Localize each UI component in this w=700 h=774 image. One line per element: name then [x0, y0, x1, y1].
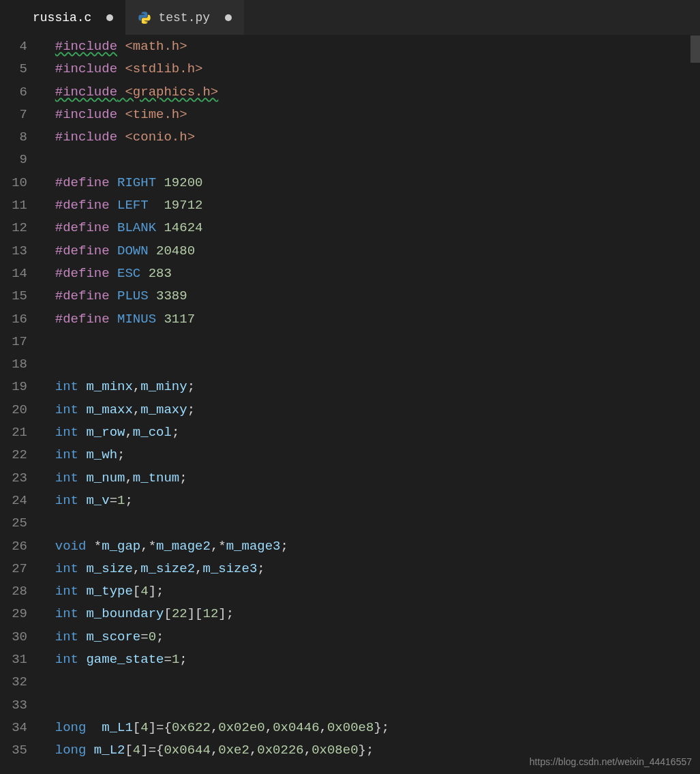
line-number: 29 — [0, 603, 27, 625]
line-number: 7 — [0, 104, 27, 126]
line-number: 15 — [0, 285, 27, 308]
line-number: 14 — [0, 263, 27, 285]
code-line[interactable] — [40, 694, 700, 717]
line-number: 5 — [0, 58, 27, 80]
code-line[interactable]: int m_maxx,m_maxy; — [40, 399, 700, 421]
code-line[interactable] — [40, 512, 700, 535]
code-line[interactable]: int m_type[4]; — [40, 580, 700, 603]
line-number: 35 — [0, 739, 27, 762]
code-line[interactable]: #define MINUS 3117 — [40, 308, 700, 331]
code-line[interactable]: #define PLUS 3389 — [40, 285, 700, 308]
code-line[interactable]: void *m_gap,*m_mage2,*m_mage3; — [40, 535, 700, 558]
line-number: 21 — [0, 421, 27, 444]
line-number: 25 — [0, 512, 27, 535]
line-number: 22 — [0, 444, 27, 466]
line-number: 23 — [0, 467, 27, 490]
editor: 4567891011121314151617181920212223242526… — [0, 35, 700, 774]
code-line[interactable]: int m_size,m_size2,m_size3; — [40, 558, 700, 580]
line-number: 28 — [0, 580, 27, 603]
line-number: 30 — [0, 626, 27, 649]
code-line[interactable]: int m_minx,m_miny; — [40, 376, 700, 398]
code-line[interactable]: int m_v=1; — [40, 490, 700, 512]
line-number: 32 — [0, 671, 27, 694]
code-line[interactable]: #include <stdlib.h> — [40, 58, 700, 80]
line-number: 31 — [0, 649, 27, 671]
code-line[interactable]: #include <conio.h> — [40, 126, 700, 149]
line-number: 16 — [0, 308, 27, 331]
line-number: 24 — [0, 490, 27, 512]
line-number: 33 — [0, 694, 27, 717]
python-icon — [138, 11, 151, 25]
line-number: 9 — [0, 149, 27, 171]
line-number: 20 — [0, 399, 27, 421]
line-number: 18 — [0, 353, 27, 376]
code-line[interactable]: long m_L1[4]={0x622,0x02e0,0x0446,0x00e8… — [40, 717, 700, 739]
code-line[interactable]: int m_boundary[22][12]; — [40, 603, 700, 625]
line-number: 4 — [0, 35, 27, 58]
unsaved-indicator-icon — [225, 14, 232, 21]
line-number: 34 — [0, 717, 27, 739]
code-line[interactable]: #define ESC 283 — [40, 263, 700, 285]
code-line[interactable] — [40, 671, 700, 694]
code-line[interactable]: #define LEFT 19712 — [40, 194, 700, 217]
unsaved-indicator-icon — [106, 14, 113, 21]
tab-label: russia.c — [33, 11, 91, 25]
code-line[interactable]: #include <graphics.h> — [40, 81, 700, 104]
tab-test-py[interactable]: test.py — [125, 0, 244, 35]
line-number: 17 — [0, 331, 27, 353]
scrollbar-thumb[interactable] — [690, 35, 700, 63]
code-area[interactable]: #include <math.h> #include <stdlib.h> #i… — [40, 35, 700, 774]
code-line[interactable] — [40, 149, 700, 171]
code-line[interactable]: #define DOWN 20480 — [40, 240, 700, 263]
line-number: 8 — [0, 126, 27, 149]
line-number: 19 — [0, 376, 27, 398]
code-line[interactable]: int m_wh; — [40, 444, 700, 466]
code-line[interactable] — [40, 331, 700, 353]
code-line[interactable]: int m_row,m_col; — [40, 421, 700, 444]
line-number-gutter: 4567891011121314151617181920212223242526… — [0, 35, 40, 774]
tab-label: test.py — [158, 11, 210, 25]
line-number: 26 — [0, 535, 27, 558]
code-line[interactable]: int m_score=0; — [40, 626, 700, 649]
scrollbar-track[interactable] — [690, 35, 700, 774]
code-line[interactable]: #define RIGHT 19200 — [40, 172, 700, 194]
line-number: 6 — [0, 81, 27, 104]
watermark: https://blog.csdn.net/weixin_44416557 — [530, 756, 692, 767]
line-number: 12 — [0, 217, 27, 239]
tab-bar: russia.ctest.py — [0, 0, 700, 35]
line-number: 13 — [0, 240, 27, 263]
line-number: 11 — [0, 194, 27, 217]
line-number: 10 — [0, 172, 27, 194]
code-line[interactable]: int game_state=1; — [40, 649, 700, 671]
code-line[interactable]: int m_num,m_tnum; — [40, 467, 700, 490]
code-line[interactable]: #define BLANK 14624 — [40, 217, 700, 239]
code-line[interactable]: #include <time.h> — [40, 104, 700, 126]
tab-russia-c[interactable]: russia.c — [0, 0, 125, 35]
line-number: 27 — [0, 558, 27, 580]
code-line[interactable] — [40, 353, 700, 376]
c-file-icon — [12, 11, 26, 25]
code-line[interactable]: #include <math.h> — [40, 35, 700, 58]
